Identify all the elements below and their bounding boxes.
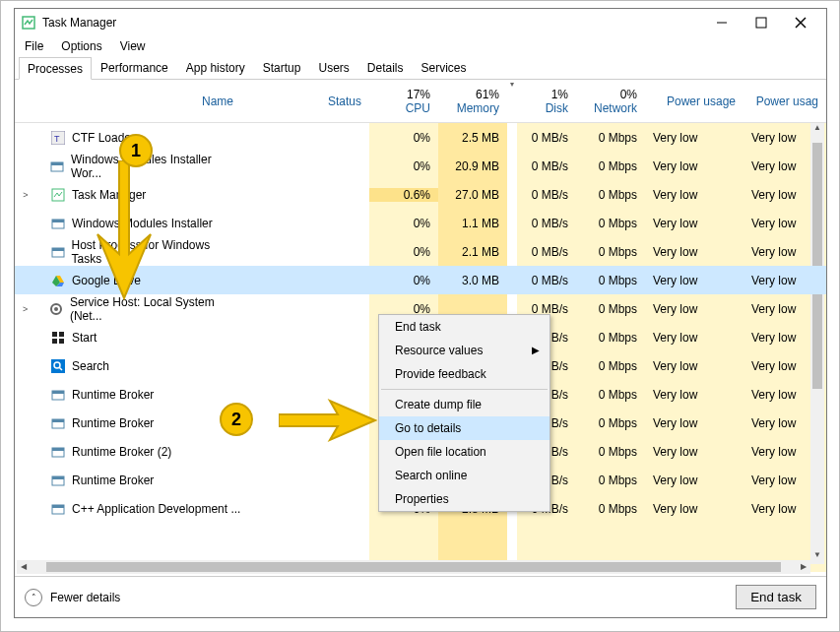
svg-rect-31	[52, 448, 64, 451]
cell-cpu: 0%	[369, 274, 438, 287]
ctx-provide-feedback[interactable]: Provide feedback	[379, 362, 549, 386]
menu-view[interactable]: View	[116, 37, 150, 55]
menu-options[interactable]: Options	[57, 37, 105, 55]
tab-startup[interactable]: Startup	[254, 56, 310, 79]
cell-disk: 0 MB/s	[517, 217, 576, 230]
header-status[interactable]: Status	[241, 80, 369, 122]
cell-cpu: 0%	[369, 159, 438, 173]
process-name: Runtime Broker	[72, 388, 154, 402]
cell-power-usage: Very low	[645, 359, 743, 373]
process-icon: T	[50, 130, 66, 146]
scroll-left-icon[interactable]: ◀	[17, 560, 31, 574]
cell-power-usage-trend: Very low	[743, 159, 826, 173]
expander-icon[interactable]: >	[19, 190, 32, 200]
cell-power-usage-trend: Very low	[743, 188, 826, 202]
cell-power-usage-trend: Very low	[743, 217, 826, 230]
expander-icon[interactable]: >	[19, 304, 32, 314]
cell-power-usage: Very low	[645, 474, 743, 487]
ctx-end-task[interactable]: End task	[379, 315, 549, 339]
scroll-down-icon[interactable]: ▼	[810, 550, 824, 564]
tab-processes[interactable]: Processes	[19, 57, 92, 80]
cell-power-usage: Very low	[645, 502, 743, 516]
cell-power-usage: Very low	[645, 131, 743, 145]
process-icon	[50, 473, 66, 488]
header-power-usage[interactable]: Power usage	[645, 80, 743, 122]
header-power-usage-trend[interactable]: Power usag	[743, 80, 826, 122]
end-task-button[interactable]: End task	[736, 585, 816, 609]
tab-services[interactable]: Services	[413, 56, 476, 79]
cell-memory: 20.9 MB	[438, 159, 507, 173]
fewer-details-button[interactable]: ˄ Fewer details	[25, 589, 120, 606]
svg-rect-21	[52, 339, 57, 344]
cell-network: 0 Mbps	[576, 445, 645, 459]
cell-network: 0 Mbps	[576, 331, 645, 345]
svg-rect-22	[59, 339, 64, 344]
fewer-details-label: Fewer details	[50, 591, 120, 604]
cell-power-usage: Very low	[645, 188, 743, 202]
ctx-open-file-location[interactable]: Open file location	[379, 440, 549, 464]
header-cpu[interactable]: 17% CPU	[369, 80, 438, 122]
tab-performance[interactable]: Performance	[92, 56, 177, 79]
sort-indicator-icon: ▾	[507, 80, 517, 122]
ctx-go-to-details[interactable]: Go to details	[379, 416, 549, 440]
svg-rect-11	[52, 220, 64, 222]
process-icon	[50, 187, 66, 203]
maximize-button[interactable]	[742, 11, 781, 34]
cell-network: 0 Mbps	[576, 217, 645, 230]
cell-power-usage-trend: Very low	[743, 359, 826, 373]
header-name[interactable]: Name	[15, 80, 241, 122]
cell-network: 0 Mbps	[576, 359, 645, 373]
process-icon	[50, 358, 66, 374]
process-name: Runtime Broker (2)	[72, 445, 171, 459]
chevron-up-icon: ˄	[25, 589, 42, 606]
cell-network: 0 Mbps	[576, 416, 645, 430]
scroll-right-icon[interactable]: ▶	[797, 560, 810, 574]
header-memory[interactable]: 61% Memory	[438, 80, 507, 122]
ctx-search-online[interactable]: Search online	[379, 464, 549, 487]
cell-memory: 2.1 MB	[438, 245, 507, 259]
svg-rect-13	[52, 248, 64, 251]
cell-power-usage-trend: Very low	[743, 502, 826, 516]
cell-network: 0 Mbps	[576, 274, 645, 287]
ctx-create-dump-file[interactable]: Create dump file	[379, 393, 549, 416]
close-button[interactable]	[781, 11, 820, 34]
cell-cpu: 0.6%	[369, 188, 438, 202]
cell-power-usage-trend: Very low	[743, 331, 826, 345]
cell-power-usage: Very low	[645, 331, 743, 345]
cell-network: 0 Mbps	[576, 502, 645, 516]
tab-app-history[interactable]: App history	[177, 56, 254, 79]
cell-power-usage-trend: Very low	[743, 474, 826, 487]
header-disk[interactable]: 1% Disk	[517, 80, 576, 122]
cell-memory: 3.0 MB	[438, 274, 507, 287]
svg-text:T: T	[54, 134, 60, 144]
cell-disk: 0 MB/s	[517, 245, 576, 259]
cell-disk: 0 MB/s	[517, 274, 576, 287]
scrollbar-thumb-h[interactable]	[46, 562, 781, 572]
ctx-properties[interactable]: Properties	[379, 487, 549, 511]
cell-disk: 0 MB/s	[517, 159, 576, 173]
menu-file[interactable]: File	[21, 37, 47, 55]
tab-details[interactable]: Details	[358, 56, 413, 79]
task-manager-icon	[21, 15, 36, 31]
task-manager-window: Task Manager File Options View Processes…	[14, 8, 827, 618]
cell-power-usage: Very low	[645, 416, 743, 430]
process-name: Search	[72, 359, 109, 373]
horizontal-scrollbar[interactable]: ◀ ▶	[17, 560, 810, 574]
cell-power-usage: Very low	[645, 388, 743, 402]
tab-users[interactable]: Users	[309, 56, 357, 79]
cell-disk: 0 MB/s	[517, 188, 576, 202]
cell-network: 0 Mbps	[576, 302, 645, 316]
annotation-marker-2: 2	[220, 403, 253, 436]
process-name: C++ Application Development ...	[72, 502, 240, 516]
cell-disk: 0 MB/s	[517, 131, 576, 145]
cell-memory: 1.1 MB	[438, 217, 507, 230]
ctx-resource-values[interactable]: Resource values ▶	[379, 339, 549, 362]
menu-bar: File Options View	[15, 36, 826, 56]
process-name: Runtime Broker	[72, 474, 154, 487]
minimize-button[interactable]	[702, 11, 742, 34]
bottom-bar: ˄ Fewer details End task	[15, 576, 826, 617]
process-icon	[50, 273, 66, 288]
cell-power-usage-trend: Very low	[743, 302, 826, 316]
header-network[interactable]: 0% Network	[576, 80, 645, 122]
cell-power-usage: Very low	[645, 245, 743, 259]
